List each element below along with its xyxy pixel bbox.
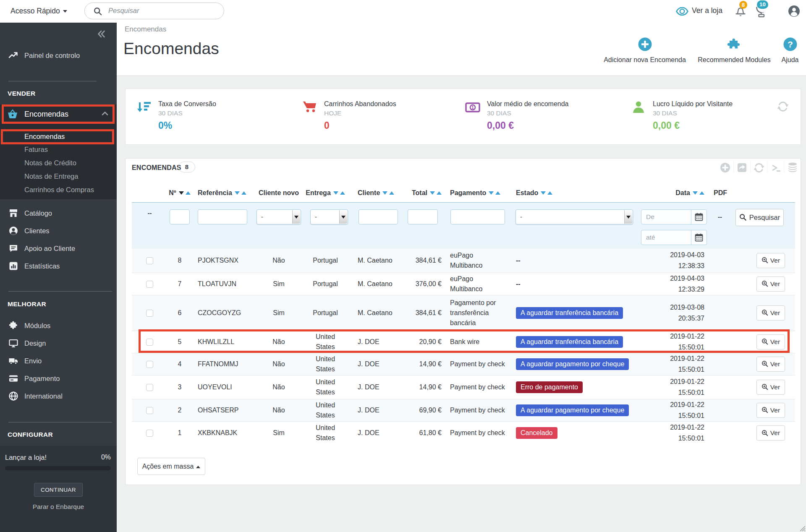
svg-text:1: 1 (471, 105, 474, 110)
svg-text:?: ? (788, 39, 793, 49)
